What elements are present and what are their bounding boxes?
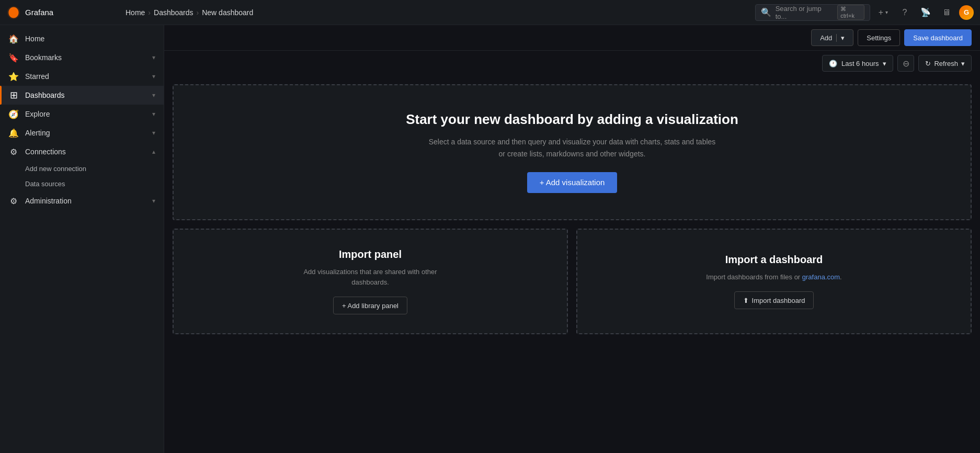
zoom-out-button[interactable]: ⊖: [897, 55, 914, 72]
home-icon: 🏠: [8, 33, 19, 44]
sidebar-item-bookmarks[interactable]: 🔖 Bookmarks ▾: [0, 48, 164, 67]
chevron-down-icon: ▾: [152, 129, 155, 137]
sidebar-item-alerting[interactable]: 🔔 Alerting ▾: [0, 123, 164, 142]
main-layout: 🏠 Home 🔖 Bookmarks ▾ ⭐ Starred ▾ ⊞ Dashb…: [0, 25, 980, 453]
sidebar-subitem-add-connection[interactable]: Add new connection: [0, 161, 164, 176]
top-navigation: Grafana Home › Dashboards › New dashboar…: [0, 0, 980, 25]
add-label: Add: [820, 34, 832, 42]
breadcrumb-home[interactable]: Home: [126, 8, 145, 17]
save-dashboard-label: Save dashboard: [913, 34, 963, 42]
chevron-down-icon: ▾: [152, 92, 155, 99]
import-panels-row: Import panel Add visualizations that are…: [173, 229, 972, 334]
help-button[interactable]: ?: [896, 4, 913, 21]
sidebar: 🏠 Home 🔖 Bookmarks ▾ ⭐ Starred ▾ ⊞ Dashb…: [0, 25, 164, 453]
sidebar-administration-label: Administration: [25, 197, 146, 205]
add-library-panel-label: + Add library panel: [342, 302, 398, 310]
search-icon: 🔍: [761, 7, 771, 17]
import-panel-title: Import panel: [339, 248, 402, 261]
add-library-panel-button[interactable]: + Add library panel: [333, 297, 407, 314]
plus-button[interactable]: + ▾: [874, 4, 892, 21]
sidebar-starred-label: Starred: [25, 72, 146, 81]
star-icon: ⭐: [8, 71, 19, 82]
add-chevron-icon: ▾: [836, 34, 845, 42]
sidebar-item-dashboards[interactable]: ⊞ Dashboards ▾: [0, 86, 164, 105]
news-button[interactable]: 📡: [917, 4, 934, 21]
chevron-up-icon: ▴: [152, 148, 155, 155]
sidebar-alerting-label: Alerting: [25, 129, 146, 137]
sidebar-bookmarks-label: Bookmarks: [25, 53, 146, 62]
sidebar-dashboards-label: Dashboards: [25, 91, 146, 99]
rss-icon: 📡: [920, 7, 931, 17]
grafana-logo-icon: [6, 5, 21, 20]
zoom-out-icon: ⊖: [903, 59, 909, 69]
app-name: Grafana: [25, 8, 53, 17]
add-connection-label: Add new connection: [25, 165, 86, 173]
add-visualization-panel: Start your new dashboard by adding a vis…: [173, 84, 972, 220]
import-panel-subtitle: Add visualizations that are shared with …: [287, 267, 454, 287]
sidebar-item-explore[interactable]: 🧭 Explore ▾: [0, 105, 164, 123]
breadcrumb: Home › Dashboards › New dashboard: [126, 8, 751, 17]
import-dashboard-title: Import a dashboard: [725, 254, 823, 266]
sidebar-item-connections[interactable]: ⚙ Connections ▴: [0, 142, 164, 161]
dashboard-toolbar: Add ▾ Settings Save dashboard: [164, 25, 980, 51]
refresh-label: Refresh: [934, 60, 958, 67]
import-dashboard-subtitle: Import dashboards from files or grafana.…: [706, 272, 841, 282]
topnav-right: 🔍 Search or jump to... ⌘ ctrl+k + ▾ ? 📡 …: [755, 4, 974, 21]
add-viz-btn-label: + Add visualization: [540, 178, 605, 187]
time-range-label: Last 6 hours: [841, 60, 879, 67]
import-dashboard-panel: Import a dashboard Import dashboards fro…: [576, 229, 972, 334]
sidebar-item-home[interactable]: 🏠 Home: [0, 29, 164, 48]
time-range-chevron-icon: ▾: [883, 60, 886, 67]
dashboard-content: Start your new dashboard by adding a vis…: [164, 76, 980, 453]
import-dashboard-button[interactable]: ⬆ Import dashboard: [734, 291, 814, 309]
breadcrumb-dashboards[interactable]: Dashboards: [154, 8, 193, 17]
refresh-chevron-icon: ▾: [961, 60, 965, 67]
grafana-com-link[interactable]: grafana.com: [802, 273, 840, 281]
breadcrumb-current: New dashboard: [202, 8, 253, 17]
plus-icon: +: [879, 8, 883, 17]
sidebar-home-label: Home: [25, 35, 155, 43]
dashboards-icon: ⊞: [8, 90, 19, 100]
search-shortcut: ⌘ ctrl+k: [837, 5, 864, 20]
import-panel: Import panel Add visualizations that are…: [173, 229, 568, 334]
import-dashboard-label: Import dashboard: [752, 297, 805, 304]
time-controls: 🕐 Last 6 hours ▾ ⊖ ↻ Refresh ▾: [164, 51, 980, 76]
search-bar[interactable]: 🔍 Search or jump to... ⌘ ctrl+k: [755, 4, 870, 21]
chevron-down-icon: ▾: [152, 197, 155, 205]
sidebar-connections-label: Connections: [25, 148, 146, 156]
add-visualization-button[interactable]: + Add visualization: [527, 172, 618, 193]
add-viz-title: Start your new dashboard by adding a vis…: [406, 111, 738, 128]
bookmarks-icon: 🔖: [8, 52, 19, 63]
settings-button[interactable]: Settings: [858, 29, 900, 46]
chevron-down-icon: ▾: [152, 73, 155, 80]
user-avatar[interactable]: G: [959, 5, 974, 20]
refresh-button[interactable]: ↻ Refresh ▾: [918, 55, 972, 72]
time-range-button[interactable]: 🕐 Last 6 hours ▾: [822, 55, 894, 72]
breadcrumb-sep-1: ›: [148, 8, 151, 17]
administration-icon: ⚙: [8, 196, 19, 206]
add-button[interactable]: Add ▾: [811, 29, 853, 46]
notification-icon: 🖥: [942, 8, 951, 17]
help-icon: ?: [903, 8, 907, 17]
connections-icon: ⚙: [8, 146, 19, 157]
sidebar-item-starred[interactable]: ⭐ Starred ▾: [0, 67, 164, 86]
data-sources-label: Data sources: [25, 180, 65, 188]
save-dashboard-button[interactable]: Save dashboard: [904, 29, 972, 46]
notifications-button[interactable]: 🖥: [938, 4, 955, 21]
clock-icon: 🕐: [829, 60, 837, 67]
refresh-icon: ↻: [925, 60, 931, 67]
upload-icon: ⬆: [743, 297, 749, 304]
search-placeholder: Search or jump to...: [776, 5, 834, 20]
sidebar-item-administration[interactable]: ⚙ Administration ▾: [0, 191, 164, 210]
sidebar-subitem-data-sources[interactable]: Data sources: [0, 176, 164, 191]
sidebar-explore-label: Explore: [25, 110, 146, 118]
app-logo[interactable]: Grafana: [6, 5, 121, 20]
explore-icon: 🧭: [8, 109, 19, 119]
alerting-icon: 🔔: [8, 128, 19, 138]
svg-point-1: [12, 10, 16, 14]
keyboard-shortcut: ⌘ ctrl+k: [837, 5, 864, 20]
plus-chevron-icon: ▾: [885, 9, 888, 15]
add-viz-subtitle: Select a data source and then query and …: [426, 136, 719, 160]
chevron-down-icon: ▾: [152, 110, 155, 118]
main-content: Add ▾ Settings Save dashboard 🕐 Last 6 h…: [164, 25, 980, 453]
